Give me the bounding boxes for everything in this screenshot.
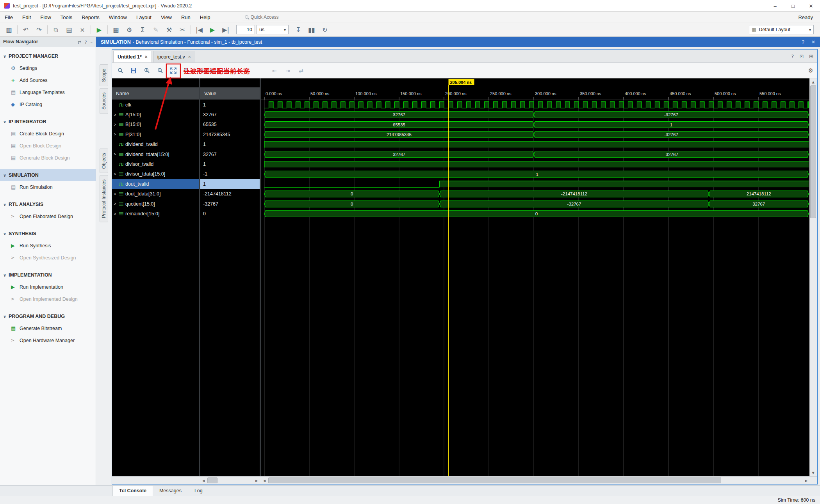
zoom-fit-icon[interactable]	[169, 66, 178, 75]
collapse-icon[interactable]: ∨	[3, 232, 9, 236]
signal-name-row[interactable]: clk	[112, 100, 199, 110]
value-column-header[interactable]: Value	[200, 87, 260, 100]
open-icon[interactable]: ▥	[3, 25, 15, 35]
tools-icon[interactable]: ⚒	[163, 25, 175, 35]
waveform-canvas[interactable]: 0.000 ns50.000 ns100.000 ns150.000 ns200…	[261, 78, 809, 476]
collapse-icon[interactable]: ∨	[3, 202, 9, 207]
settings-icon[interactable]: ⚙	[123, 25, 135, 35]
minimize-button[interactable]: –	[766, 0, 784, 12]
quick-access-search[interactable]	[242, 14, 301, 21]
wave-scroll-right-icon[interactable]: ▶	[803, 477, 809, 484]
help-icon[interactable]: ?	[85, 40, 87, 45]
paste-icon[interactable]: ▤	[63, 25, 75, 35]
nav-section-synthesis[interactable]: ∨SYNTHESIS	[0, 228, 96, 240]
nav-item-open-block-design[interactable]: ▤Open Block Design	[0, 140, 96, 152]
go-to-end-icon[interactable]: ⇥	[283, 66, 292, 75]
collapse-icon[interactable]: ∨	[3, 54, 9, 59]
maximize-icon[interactable]: ⊞	[809, 53, 813, 59]
redo-icon[interactable]: ↷	[33, 25, 45, 35]
collapse-icon[interactable]: ∨	[3, 314, 9, 319]
expand-icon[interactable]: >	[112, 192, 118, 196]
expand-icon[interactable]: >	[112, 132, 118, 137]
nav-section-ip-integrator[interactable]: ∨IP INTEGRATOR	[0, 116, 96, 128]
nav-item-run-synthesis[interactable]: ▶Run Synthesis	[0, 240, 96, 252]
expand-icon[interactable]: >	[112, 122, 118, 127]
expand-icon[interactable]: >	[112, 212, 118, 216]
pause-icon[interactable]: ▮▮	[306, 25, 317, 35]
scroll-up-icon[interactable]: ▲	[809, 78, 817, 85]
signal-name-row[interactable]: >B[15:0]	[112, 120, 199, 130]
run-all-icon[interactable]: ▶	[207, 25, 218, 35]
menu-reports[interactable]: Reports	[77, 12, 104, 23]
bottom-tab-messages[interactable]: Messages	[153, 486, 188, 496]
nav-item-ip-catalog[interactable]: ◆IP Catalog	[0, 98, 96, 110]
side-tab-protocol-instances[interactable]: Protocol Instances	[100, 175, 108, 222]
menu-window[interactable]: Window	[104, 12, 132, 23]
collapse-icon[interactable]: ∨	[3, 120, 9, 124]
vertical-scroll-thumb[interactable]	[810, 85, 816, 218]
wave-scroll-thumb[interactable]	[268, 477, 721, 483]
menu-tools[interactable]: Tools	[56, 12, 77, 23]
run-time-input[interactable]	[236, 25, 255, 34]
menu-help[interactable]: Help	[195, 12, 215, 23]
time-unit-select[interactable]: us ▾	[257, 25, 289, 34]
menu-run[interactable]: Run	[176, 12, 195, 23]
nav-item-settings[interactable]: ⚙Settings	[0, 62, 96, 74]
side-tab-scope[interactable]: Scope	[100, 64, 108, 86]
relaunch-icon[interactable]: ↻	[319, 25, 331, 35]
signal-name-row[interactable]: >divisor_tdata[15:0]	[112, 169, 199, 179]
edit-icon[interactable]: ✎	[150, 25, 162, 35]
nav-item-generate-bitstream[interactable]: ▦Generate Bitstream	[0, 322, 96, 334]
nav-item-open-hardware-manager[interactable]: >Open Hardware Manager	[0, 334, 96, 346]
nav-item-add-sources[interactable]: +Add Sources	[0, 74, 96, 86]
side-tab-sources[interactable]: Sources	[100, 88, 108, 114]
expand-icon[interactable]: >	[112, 152, 118, 156]
scroll-down-icon[interactable]: ▼	[809, 469, 817, 476]
signal-name-row[interactable]: dividend_tvalid	[112, 140, 199, 149]
nav-item-generate-block-design[interactable]: ▤Generate Block Design	[0, 152, 96, 164]
tab-untitled-1[interactable]: Untitled 1*×	[113, 51, 152, 62]
menu-edit[interactable]: Edit	[18, 12, 36, 23]
copy-icon[interactable]: ⧉	[50, 25, 62, 35]
run-icon[interactable]: ▶	[93, 25, 105, 35]
values-scroll-right-icon[interactable]: ▶	[253, 477, 260, 484]
name-column-header[interactable]: Name	[112, 87, 199, 100]
zoom-out-icon[interactable]	[156, 66, 164, 75]
delete-icon[interactable]: ×	[77, 25, 88, 35]
cut-icon[interactable]: ✂	[176, 25, 188, 35]
wave-scroll-left-icon[interactable]: ◀	[261, 477, 267, 484]
nav-section-project-manager[interactable]: ∨PROJECT MANAGER	[0, 50, 96, 62]
signal-name-row[interactable]: >dout_tdata[31:0]	[112, 189, 199, 199]
float-icon[interactable]: ⊡	[799, 53, 804, 59]
undo-icon[interactable]: ↶	[20, 25, 32, 35]
signal-name-row[interactable]: divisor_tvalid	[112, 159, 199, 169]
values-scroll-thumb[interactable]	[207, 477, 217, 483]
nav-section-program-and-debug[interactable]: ∨PROGRAM AND DEBUG	[0, 311, 96, 322]
nav-section-rtl-analysis[interactable]: ∨RTL ANALYSIS	[0, 199, 96, 210]
dashboard-icon[interactable]: ▦	[110, 25, 122, 35]
next-transition-icon[interactable]: ▶|	[209, 66, 217, 75]
find-icon[interactable]	[116, 66, 125, 75]
collapse-icon[interactable]: ∨	[3, 173, 9, 177]
bottom-tab-log[interactable]: Log	[188, 486, 209, 496]
menu-layout[interactable]: Layout	[132, 12, 156, 23]
help-icon[interactable]: ?	[791, 53, 794, 59]
prev-transition-icon[interactable]: |◀	[196, 66, 204, 75]
signal-name-row[interactable]: >A[15:0]	[112, 110, 199, 119]
expand-icon[interactable]: >	[112, 113, 118, 117]
menu-flow[interactable]: Flow	[36, 12, 55, 23]
layout-select[interactable]: ▦Default Layout ▾	[749, 25, 814, 34]
menu-view[interactable]: View	[156, 12, 176, 23]
expand-icon[interactable]: >	[112, 202, 118, 206]
wave-vertical-scrollbar[interactable]: ▲ ▼	[809, 78, 817, 476]
zoom-cursor-icon[interactable]	[182, 66, 191, 75]
zoom-in-icon[interactable]	[143, 66, 151, 75]
nav-item-language-templates[interactable]: ▤Language Templates	[0, 86, 96, 98]
minimize-icon[interactable]: –	[91, 40, 93, 45]
side-tab-objects[interactable]: Objects	[100, 149, 108, 173]
close-tab-icon[interactable]: ×	[145, 54, 148, 60]
run-for-icon[interactable]: ▶|	[220, 25, 232, 35]
signal-name-row[interactable]: >remainder[15:0]	[112, 209, 199, 218]
swap-cursor-icon[interactable]: ⇄	[297, 66, 305, 75]
quick-access-input[interactable]	[251, 14, 294, 20]
